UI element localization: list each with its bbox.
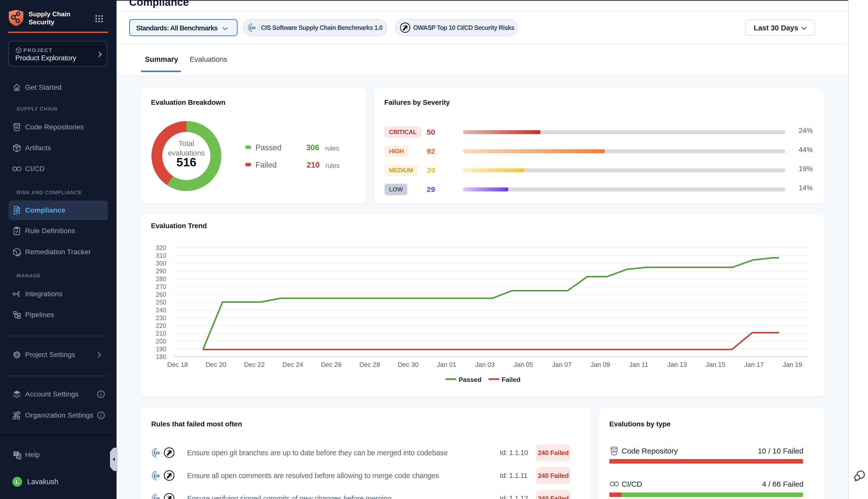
svg-text:Jan 03: Jan 03 <box>475 361 495 368</box>
svg-text:Dec 26: Dec 26 <box>321 361 342 368</box>
svg-text:Dec 28: Dec 28 <box>359 361 380 368</box>
svg-text:Jan 19: Jan 19 <box>783 361 802 368</box>
svg-text:Passed: Passed <box>459 376 482 384</box>
svg-text:Jan 13: Jan 13 <box>667 361 687 368</box>
svg-text:320: 320 <box>156 244 166 251</box>
svg-text:Dec 22: Dec 22 <box>244 361 265 368</box>
svg-text:Jan 15: Jan 15 <box>706 361 726 368</box>
svg-text:CIS: CIS <box>154 497 160 499</box>
svg-text:CIS: CIS <box>154 451 160 455</box>
svg-text:Dec 20: Dec 20 <box>206 361 226 368</box>
svg-text:Jan 07: Jan 07 <box>552 361 572 368</box>
svg-text:CIS: CIS <box>154 474 160 478</box>
svg-text:Dec 18: Dec 18 <box>167 361 188 368</box>
svg-text:280: 280 <box>156 276 166 282</box>
svg-text:Jan 17: Jan 17 <box>744 361 764 368</box>
svg-text:230: 230 <box>156 314 166 321</box>
svg-text:180: 180 <box>156 353 166 360</box>
svg-text:270: 270 <box>156 283 166 290</box>
svg-text:Failed: Failed <box>501 376 520 384</box>
svg-text:190: 190 <box>156 345 166 353</box>
svg-text:Jan 01: Jan 01 <box>437 361 456 368</box>
svg-text:Jan 05: Jan 05 <box>513 361 533 368</box>
svg-text:210: 210 <box>156 330 166 337</box>
svg-text:?: ? <box>15 451 17 456</box>
svg-text:310: 310 <box>156 252 166 259</box>
svg-text:Dec 24: Dec 24 <box>283 361 303 368</box>
svg-text:CIS: CIS <box>249 26 256 30</box>
svg-text:290: 290 <box>156 268 166 275</box>
svg-text:300: 300 <box>156 260 166 267</box>
svg-text:Dec 30: Dec 30 <box>398 361 419 368</box>
svg-text:200: 200 <box>156 338 166 345</box>
svg-text:220: 220 <box>156 322 166 329</box>
svg-text:Jan 11: Jan 11 <box>629 361 648 368</box>
svg-text:250: 250 <box>156 299 166 306</box>
svg-text:260: 260 <box>156 291 166 298</box>
svg-text:240: 240 <box>156 306 166 314</box>
svg-text:Jan 09: Jan 09 <box>591 361 610 368</box>
